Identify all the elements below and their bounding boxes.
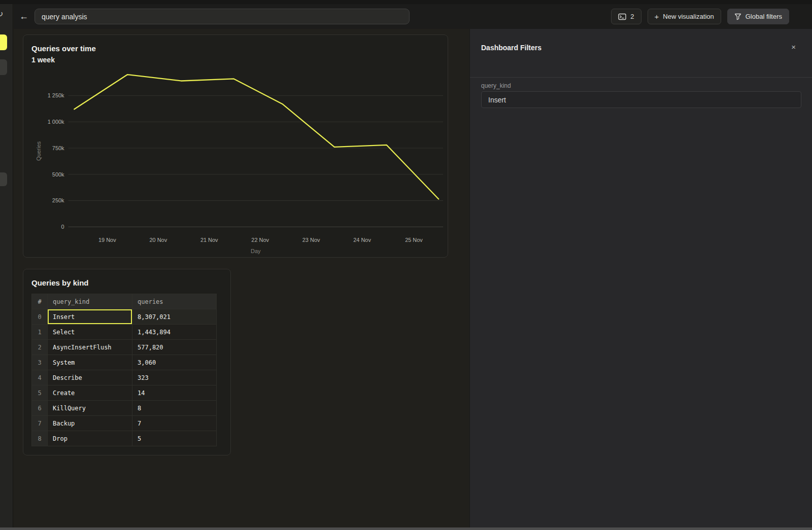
row-index: 2 bbox=[32, 340, 48, 355]
dashboard-canvas: 0250k500k750k1 000k1 250k19 Nov20 Nov21 … bbox=[14, 29, 469, 530]
query-kind-cell[interactable]: Describe bbox=[48, 370, 132, 385]
table-row: 5Create14 bbox=[32, 385, 217, 401]
x-tick-label: 25 Nov bbox=[405, 237, 423, 243]
queries-over-time-card: 0250k500k750k1 000k1 250k19 Nov20 Nov21 … bbox=[23, 34, 448, 258]
queries-cell[interactable]: 14 bbox=[132, 385, 217, 401]
row-index: 5 bbox=[32, 385, 48, 401]
console-count-button[interactable]: 2 bbox=[611, 9, 641, 24]
filters-panel-header: Dashboard Filters × bbox=[470, 29, 812, 78]
x-tick-label: 24 Nov bbox=[353, 237, 371, 243]
table-row: 7Backup7 bbox=[32, 416, 217, 431]
filters-panel-title: Dashboard Filters bbox=[481, 44, 542, 52]
queries-cell[interactable]: 323 bbox=[132, 370, 217, 385]
queries-cell[interactable]: 1,443,894 bbox=[132, 325, 217, 340]
filter-funnel-icon bbox=[734, 13, 741, 20]
table-row: 1Select1,443,894 bbox=[32, 325, 217, 340]
rail-thumbnail[interactable] bbox=[0, 59, 7, 75]
column-header: queries bbox=[132, 294, 217, 309]
row-index: 8 bbox=[32, 431, 48, 446]
console-count: 2 bbox=[630, 13, 634, 20]
queries-cell[interactable]: 8,307,021 bbox=[132, 309, 217, 325]
column-header: query_kind bbox=[48, 294, 132, 309]
sql-console-icon bbox=[618, 13, 626, 20]
series-line bbox=[74, 75, 438, 199]
table-row: 3System3,060 bbox=[32, 355, 217, 370]
table-title: Queries by kind bbox=[31, 278, 89, 287]
global-filters-label: Global filters bbox=[746, 13, 782, 20]
query-kind-cell[interactable]: Create bbox=[48, 385, 132, 401]
queries-cell[interactable]: 3,060 bbox=[132, 355, 217, 370]
table-row: 8Drop5 bbox=[32, 431, 217, 446]
query-kind-cell[interactable]: AsyncInsertFlush bbox=[48, 340, 132, 355]
table-body: 0Insert8,307,0211Select1,443,8942AsyncIn… bbox=[32, 309, 217, 446]
new-visualization-label: New visualization bbox=[663, 13, 714, 20]
x-tick-label: 23 Nov bbox=[302, 237, 320, 243]
rail-thumbnail-active[interactable] bbox=[0, 34, 7, 50]
refresh-icon[interactable]: ↻ bbox=[0, 10, 3, 18]
queries-by-kind-table: #query_kindqueries 0Insert8,307,0211Sele… bbox=[31, 294, 217, 446]
column-header: # bbox=[32, 294, 48, 309]
query-kind-filter-input[interactable] bbox=[481, 91, 801, 108]
x-tick-label: 21 Nov bbox=[200, 237, 218, 243]
queries-cell[interactable]: 8 bbox=[132, 401, 217, 416]
queries-cell[interactable]: 5 bbox=[132, 431, 217, 446]
window-bottom-edge bbox=[0, 527, 812, 530]
table-header: #query_kindqueries bbox=[32, 294, 217, 309]
row-index: 0 bbox=[32, 309, 48, 325]
queries-cell[interactable]: 577,820 bbox=[132, 340, 217, 355]
topbar-actions: 2 + New visualization Global filters bbox=[611, 9, 789, 24]
window-top-edge bbox=[0, 0, 812, 4]
plus-icon: + bbox=[655, 12, 659, 21]
row-index: 3 bbox=[32, 355, 48, 370]
y-tick-label: 250k bbox=[52, 197, 64, 203]
query-kind-cell[interactable]: Insert bbox=[48, 309, 132, 325]
row-index: 7 bbox=[32, 416, 48, 431]
table-row: 4Describe323 bbox=[32, 370, 217, 385]
x-tick-label: 20 Nov bbox=[149, 237, 167, 243]
row-index: 4 bbox=[32, 370, 48, 385]
new-visualization-button[interactable]: + New visualization bbox=[648, 9, 721, 24]
query-kind-cell[interactable]: Drop bbox=[48, 431, 132, 446]
y-tick-label: 500k bbox=[52, 171, 64, 178]
queries-over-time-chart: 0250k500k750k1 000k1 250k19 Nov20 Nov21 … bbox=[23, 35, 448, 257]
query-kind-cell[interactable]: KillQuery bbox=[48, 401, 132, 416]
table-row: 6KillQuery8 bbox=[32, 401, 217, 416]
global-filters-button[interactable]: Global filters bbox=[727, 9, 789, 24]
x-tick-label: 22 Nov bbox=[251, 237, 269, 243]
chart-subtitle: 1 week bbox=[31, 56, 55, 64]
close-icon[interactable]: × bbox=[791, 43, 796, 51]
queries-cell[interactable]: 7 bbox=[132, 416, 217, 431]
topbar: ← 2 + New visualization Global filters bbox=[14, 4, 812, 29]
dashboard-filters-panel: Dashboard Filters × query_kind bbox=[469, 29, 812, 530]
y-tick-label: 0 bbox=[61, 224, 64, 230]
query-kind-cell[interactable]: Select bbox=[48, 325, 132, 340]
back-button[interactable]: ← bbox=[14, 11, 34, 22]
row-index: 6 bbox=[32, 401, 48, 416]
queries-by-kind-card: Queries by kind #query_kindqueries 0Inse… bbox=[23, 269, 231, 455]
x-tick-label: 19 Nov bbox=[98, 237, 116, 243]
left-rail: ↻ bbox=[0, 4, 13, 527]
row-index: 1 bbox=[32, 325, 48, 340]
table-row: 0Insert8,307,021 bbox=[32, 309, 217, 325]
table-row: 2AsyncInsertFlush577,820 bbox=[32, 340, 217, 355]
rail-thumbnail[interactable] bbox=[0, 172, 7, 186]
y-tick-label: 1 250k bbox=[48, 92, 64, 98]
query-kind-cell[interactable]: System bbox=[48, 355, 132, 370]
dashboard-title-input[interactable] bbox=[35, 9, 410, 24]
y-axis-title: Queries bbox=[36, 141, 42, 161]
y-tick-label: 1 000k bbox=[48, 119, 64, 125]
chart-title: Queries over time bbox=[31, 44, 96, 53]
query-kind-filter-label: query_kind bbox=[481, 82, 511, 89]
query-kind-cell[interactable]: Backup bbox=[48, 416, 132, 431]
y-tick-label: 750k bbox=[52, 145, 64, 151]
x-axis-title: Day bbox=[251, 248, 261, 254]
